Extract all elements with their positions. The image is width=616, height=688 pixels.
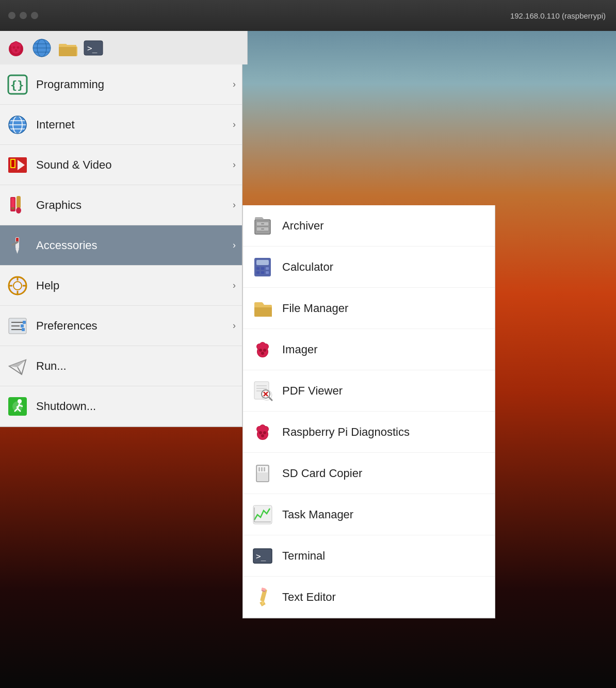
minimize-button[interactable] — [20, 12, 27, 19]
preferences-icon — [6, 315, 29, 337]
svg-rect-33 — [11, 160, 14, 167]
pdf-viewer-icon — [251, 380, 274, 402]
svg-marker-59 — [9, 360, 26, 367]
submenu-item-sd-card-copier[interactable]: SD Card Copier — [243, 453, 495, 494]
svg-point-8 — [11, 44, 21, 54]
submenu-item-file-manager[interactable]: File Manager — [243, 288, 495, 329]
help-arrow: › — [233, 280, 236, 291]
preferences-label: Preferences — [36, 319, 225, 333]
accessories-submenu: Archiver Calculator File — [242, 205, 495, 618]
graphics-arrow: › — [233, 200, 236, 210]
task-manager-icon — [251, 503, 274, 526]
svg-rect-119 — [253, 505, 272, 524]
folder-taskbar-icon[interactable] — [57, 37, 78, 59]
globe-taskbar-icon[interactable] — [31, 37, 53, 59]
svg-rect-38 — [17, 196, 21, 208]
maximize-button[interactable] — [31, 12, 38, 19]
accessories-icon — [6, 234, 29, 257]
internet-icon — [6, 113, 29, 136]
archiver-icon — [251, 215, 274, 237]
svg-rect-116 — [258, 467, 260, 471]
accessories-arrow: › — [233, 240, 236, 251]
svg-point-93 — [261, 352, 264, 355]
menu-item-preferences[interactable]: Preferences › — [0, 306, 242, 346]
imager-label: Imager — [282, 343, 317, 356]
svg-rect-81 — [261, 271, 264, 274]
svg-rect-74 — [261, 228, 264, 230]
svg-rect-82 — [266, 271, 269, 274]
window-title: 192.168.0.110 (raspberrypi) — [510, 11, 606, 20]
sound-video-icon — [6, 154, 29, 176]
submenu-item-calculator[interactable]: Calculator — [243, 247, 495, 288]
svg-rect-56 — [23, 321, 26, 324]
svg-point-92 — [263, 349, 266, 352]
svg-point-91 — [259, 349, 262, 352]
svg-point-113 — [261, 434, 264, 437]
sd-card-copier-label: SD Card Copier — [282, 467, 362, 480]
submenu-item-task-manager[interactable]: Task Manager — [243, 494, 495, 535]
submenu-item-archiver[interactable]: Archiver — [243, 205, 495, 247]
sd-card-copier-icon — [251, 462, 274, 485]
svg-rect-118 — [264, 467, 265, 471]
submenu-item-text-editor[interactable]: Text Editor — [243, 577, 495, 618]
submenu-item-imager[interactable]: Imager — [243, 329, 495, 370]
svg-rect-73 — [261, 223, 264, 224]
sound-video-label: Sound & Video — [36, 158, 225, 172]
archiver-label: Archiver — [282, 219, 324, 233]
imager-icon — [251, 338, 274, 361]
calculator-label: Calculator — [282, 260, 333, 274]
menu-item-graphics[interactable]: Graphics › — [0, 185, 242, 225]
rpi-diagnostics-icon — [251, 421, 274, 444]
close-button[interactable] — [8, 12, 15, 19]
programming-label: Programming — [36, 78, 225, 91]
file-manager-label: File Manager — [282, 302, 348, 315]
taskbar: >_ — [0, 31, 248, 64]
svg-point-11 — [15, 49, 18, 52]
svg-rect-77 — [256, 267, 260, 270]
svg-point-39 — [16, 207, 21, 214]
calculator-icon — [251, 256, 274, 279]
menu-item-run[interactable]: Run... — [0, 346, 242, 386]
shutdown-label: Shutdown... — [36, 400, 236, 413]
submenu-item-pdf-viewer[interactable]: PDF Viewer — [243, 370, 495, 412]
menu-item-sound-video[interactable]: Sound & Video › — [0, 145, 242, 185]
svg-rect-117 — [261, 467, 263, 471]
run-label: Run... — [36, 359, 236, 373]
menu-item-programming[interactable]: {} Programming › — [0, 64, 242, 105]
svg-point-50 — [13, 282, 22, 290]
svg-point-9 — [13, 46, 15, 48]
svg-rect-80 — [256, 271, 260, 274]
svg-rect-37 — [11, 207, 14, 209]
svg-rect-78 — [261, 267, 264, 270]
svg-rect-76 — [256, 260, 269, 265]
menu-item-accessories[interactable]: Accessories › — [0, 225, 242, 266]
svg-point-112 — [263, 431, 266, 434]
run-icon — [6, 355, 29, 378]
menu-item-internet[interactable]: Internet › — [0, 105, 242, 145]
sound-video-arrow: › — [233, 159, 236, 170]
graphics-icon — [6, 194, 29, 217]
submenu-item-rpi-diagnostics[interactable]: Raspberry Pi Diagnostics — [243, 412, 495, 453]
terminal-taskbar-icon[interactable]: >_ — [83, 37, 104, 59]
terminal-submenu-icon: >_ — [251, 545, 274, 567]
svg-rect-79 — [266, 267, 269, 270]
terminal-label: Terminal — [282, 549, 325, 563]
programming-icon: {} — [6, 73, 29, 96]
svg-text:>_: >_ — [256, 551, 266, 561]
raspberry-taskbar-icon[interactable] — [5, 37, 27, 59]
svg-rect-55 — [21, 324, 24, 327]
pdf-viewer-label: PDF Viewer — [282, 384, 343, 398]
task-manager-label: Task Manager — [282, 508, 353, 521]
menu-item-shutdown[interactable]: Shutdown... — [0, 386, 242, 427]
submenu-item-terminal[interactable]: >_ Terminal — [243, 535, 495, 577]
svg-point-10 — [17, 46, 20, 48]
preferences-arrow: › — [233, 320, 236, 331]
programming-arrow: › — [233, 79, 236, 90]
window-controls — [8, 12, 38, 19]
svg-text:>_: >_ — [87, 43, 98, 53]
help-icon — [6, 274, 29, 297]
text-editor-label: Text Editor — [282, 591, 336, 604]
main-menu: {} Programming › Internet › — [0, 64, 242, 427]
menu-item-help[interactable]: Help › — [0, 266, 242, 306]
accessories-label: Accessories — [36, 239, 225, 252]
